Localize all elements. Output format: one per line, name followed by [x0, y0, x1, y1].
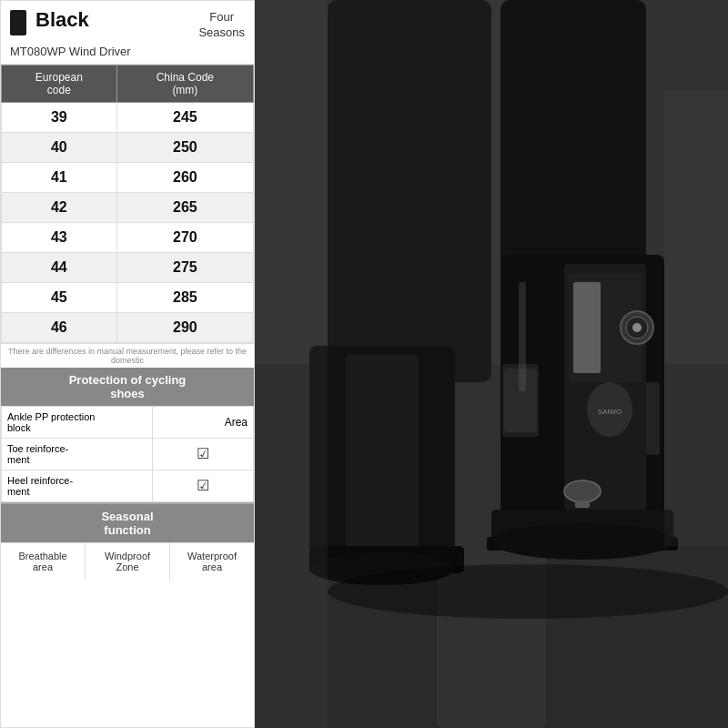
table-row: 46 290 [2, 312, 254, 342]
svg-text:SAIWO: SAIWO [598, 408, 622, 416]
title-row: Black Four Seasons [10, 8, 245, 41]
protection-value: Area [153, 406, 254, 438]
protection-label: Ankle PP protectionblock [2, 406, 153, 438]
check-icon: ☑ [197, 446, 209, 461]
cn-size: 245 [116, 102, 253, 132]
table-row: 41 260 [2, 162, 254, 192]
svg-rect-8 [573, 282, 601, 373]
cn-size: 260 [116, 162, 253, 192]
table-row: 40 250 [2, 132, 254, 162]
cn-size: 250 [116, 132, 253, 162]
svg-rect-26 [255, 0, 328, 728]
svg-rect-15 [575, 500, 590, 508]
table-row: 43 270 [2, 222, 254, 252]
svg-point-25 [328, 564, 728, 619]
protection-check: ☑ [153, 438, 254, 470]
seasonal-feature-waterproof: Waterproofarea [170, 543, 254, 580]
eu-size: 42 [2, 192, 117, 222]
col1-header: European code [2, 65, 117, 102]
table-row: 44 275 [2, 252, 254, 282]
eu-size: 46 [2, 312, 117, 342]
cn-size: 290 [116, 312, 253, 342]
size-table: European code China Code (mm) 39 245 40 … [1, 65, 254, 343]
protection-label: Toe reinforce-ment [2, 438, 153, 470]
cn-size: 285 [116, 282, 253, 312]
seasonal-features: Breathablearea WindproofZone Waterproofa… [1, 542, 254, 580]
boot-photo-illustration: SAIWO [255, 0, 728, 728]
product-title: Black [35, 8, 189, 32]
eu-size: 43 [2, 222, 117, 252]
svg-point-13 [632, 323, 642, 332]
protection-row: Heel reinforce-ment ☑ [2, 470, 254, 501]
cn-size: 270 [116, 222, 253, 252]
eu-size: 41 [2, 162, 117, 192]
right-panel: SAIWO [255, 0, 728, 728]
seasonal-section: Seasonalfunction Breathablearea Windproo… [1, 502, 254, 580]
measurement-note: There are differences in manual measurem… [1, 343, 254, 368]
eu-size: 39 [2, 102, 117, 132]
check-icon: ☑ [197, 478, 209, 493]
svg-rect-27 [664, 91, 728, 546]
col2-header: China Code (mm) [116, 65, 253, 102]
eu-size: 45 [2, 282, 117, 312]
svg-point-14 [564, 480, 601, 502]
seasonal-section-header: Seasonalfunction [1, 504, 254, 542]
seasonal-feature-windproof: WindproofZone [86, 543, 170, 580]
color-swatch [10, 10, 26, 35]
cn-size: 275 [116, 252, 253, 282]
protection-section-header: Protection of cyclingshoes [1, 368, 254, 406]
seasonal-feature-breathable: Breathablearea [1, 543, 86, 580]
protection-label: Heel reinforce-ment [2, 470, 153, 501]
header-section: Black Four Seasons MT080WP Wind Driver [1, 1, 254, 65]
left-panel: Black Four Seasons MT080WP Wind Driver E… [0, 0, 255, 728]
table-row: 42 265 [2, 192, 254, 222]
eu-size: 44 [2, 252, 117, 282]
table-row: 45 285 [2, 282, 254, 312]
season-label: Four Seasons [198, 10, 245, 41]
model-text: MT080WP Wind Driver [10, 45, 245, 58]
protection-row: Ankle PP protectionblock Area [2, 406, 254, 438]
svg-point-18 [491, 523, 673, 560]
eu-size: 40 [2, 132, 117, 162]
protection-table: Ankle PP protectionblock Area Toe reinfo… [1, 406, 254, 502]
svg-rect-22 [346, 355, 419, 564]
cn-size: 265 [116, 192, 253, 222]
svg-rect-28 [519, 282, 526, 391]
protection-row: Toe reinforce-ment ☑ [2, 438, 254, 470]
svg-rect-3 [328, 0, 491, 382]
table-row: 39 245 [2, 102, 254, 132]
protection-check: ☑ [153, 470, 254, 501]
svg-rect-29 [646, 382, 660, 455]
